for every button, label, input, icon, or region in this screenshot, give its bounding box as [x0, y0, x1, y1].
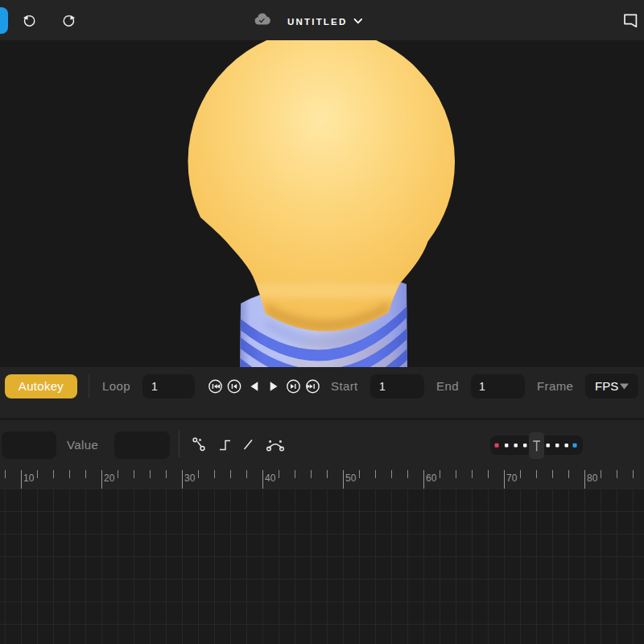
svg-text:20: 20: [104, 473, 115, 484]
svg-text:60: 60: [426, 473, 437, 484]
svg-text:50: 50: [345, 473, 357, 484]
svg-text:40: 40: [265, 473, 276, 484]
svg-text:70: 70: [506, 473, 518, 484]
svg-text:80: 80: [587, 473, 598, 484]
svg-text:30: 30: [184, 473, 196, 484]
svg-text:10: 10: [23, 473, 35, 484]
